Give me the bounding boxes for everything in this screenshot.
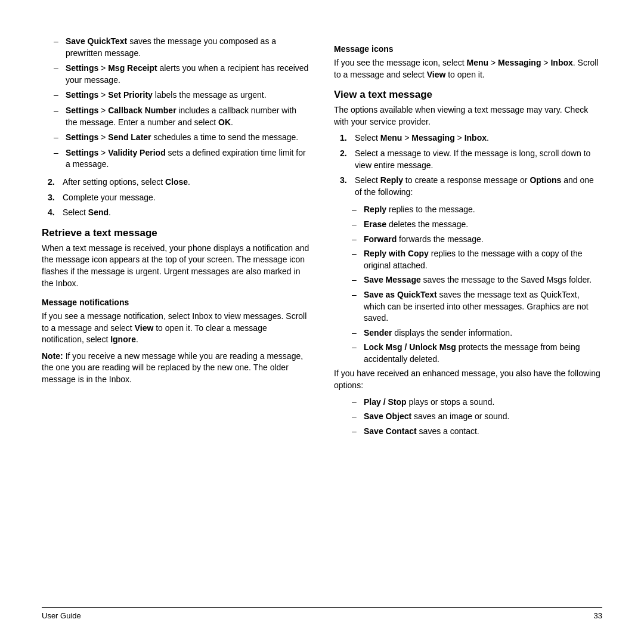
list-item: Forward forwards the message. <box>352 234 602 246</box>
list-item: 3. Complete your message. <box>48 192 310 204</box>
footer: User Guide 33 <box>42 607 602 620</box>
list-item: Reply replies to the message. <box>352 204 602 216</box>
view-body: The options available when viewing a tex… <box>334 104 602 128</box>
left-column: Save QuickText saves the message you com… <box>42 36 310 601</box>
list-item: Reply with Copy replies to the message w… <box>352 248 602 271</box>
step-text: After setting options, select Close. <box>63 177 190 187</box>
settings-bullet-list: Save QuickText saves the message you com… <box>42 36 310 171</box>
step-text: Select Menu > Messaging > Inbox. <box>355 133 489 143</box>
list-item: Save as QuickText saves the message text… <box>352 289 602 324</box>
footer-right: 33 <box>594 611 602 620</box>
item-text: Settings > Callback Number includes a ca… <box>66 106 296 127</box>
step-text: Select Reply to create a response messag… <box>355 175 594 197</box>
content-area: Save QuickText saves the message you com… <box>42 36 602 601</box>
numbered-steps-list: 2. After setting options, select Close. … <box>42 177 310 219</box>
list-item: Save Message saves the message to the Sa… <box>352 274 602 286</box>
list-item: Settings > Set Priority labels the messa… <box>54 89 310 101</box>
right-column: Message icons If you see the message ico… <box>334 36 602 601</box>
step-number: 2. <box>340 148 347 160</box>
list-item: 4. Select Send. <box>48 207 310 219</box>
view-heading: View a text message <box>334 89 602 101</box>
list-item: Settings > Msg Receipt alerts you when a… <box>54 63 310 86</box>
list-item: 3. Select Reply to create a response mes… <box>340 175 602 198</box>
view-steps-list: 1. Select Menu > Messaging > Inbox. 2. S… <box>334 132 602 198</box>
list-item: Settings > Validity Period sets a define… <box>54 147 310 171</box>
step-number: 2. <box>48 177 55 188</box>
list-item: Sender displays the sender information. <box>352 327 602 339</box>
step-text: Select Send. <box>63 208 111 217</box>
item-text: Save QuickText saves the message you com… <box>66 36 276 58</box>
item-text: Settings > Validity Period sets a define… <box>66 148 306 169</box>
step-number: 1. <box>340 132 347 144</box>
footer-left: User Guide <box>42 611 81 620</box>
step-text: Select a message to view. If the message… <box>355 148 590 170</box>
retrieve-body: When a text message is received, your ph… <box>42 243 310 289</box>
enhanced-options-list: Play / Stop plays or stops a sound. Save… <box>334 397 602 438</box>
msg-icons-body: If you see the message icon, select Menu… <box>334 57 602 80</box>
list-item: Erase deletes the message. <box>352 219 602 231</box>
list-item: Settings > Callback Number includes a ca… <box>54 105 310 128</box>
list-item: Save Contact saves a contact. <box>352 426 602 438</box>
retrieve-heading: Retrieve a text message <box>42 227 310 239</box>
reply-options-list: Reply replies to the message. Erase dele… <box>334 204 602 365</box>
notif-heading: Message notifications <box>42 298 310 307</box>
notif-body1: If you see a message notification, selec… <box>42 311 310 346</box>
item-text: Settings > Set Priority labels the messa… <box>66 90 267 100</box>
msg-icons-heading: Message icons <box>334 44 602 54</box>
step-text: Complete your message. <box>63 193 156 202</box>
enhanced-intro: If you have received an enhanced message… <box>334 368 602 391</box>
list-item: Play / Stop plays or stops a sound. <box>352 397 602 408</box>
item-text: Settings > Send Later schedules a time t… <box>66 132 298 142</box>
step-number: 3. <box>340 175 347 187</box>
list-item: 1. Select Menu > Messaging > Inbox. <box>340 132 602 144</box>
list-item: 2. Select a message to view. If the mess… <box>340 148 602 171</box>
list-item: Settings > Send Later schedules a time t… <box>54 132 310 144</box>
list-item: 2. After setting options, select Close. <box>48 177 310 188</box>
step-number: 4. <box>48 207 55 219</box>
list-item: Lock Msg / Unlock Msg protects the messa… <box>352 342 602 365</box>
list-item: Save QuickText saves the message you com… <box>54 36 310 59</box>
list-item: Save Object saves an image or sound. <box>352 411 602 423</box>
step-number: 3. <box>48 192 55 204</box>
item-text: Settings > Msg Receipt alerts you when a… <box>66 63 308 85</box>
notif-note: Note: If you receive a new message while… <box>42 351 310 386</box>
page: Save QuickText saves the message you com… <box>0 0 644 644</box>
